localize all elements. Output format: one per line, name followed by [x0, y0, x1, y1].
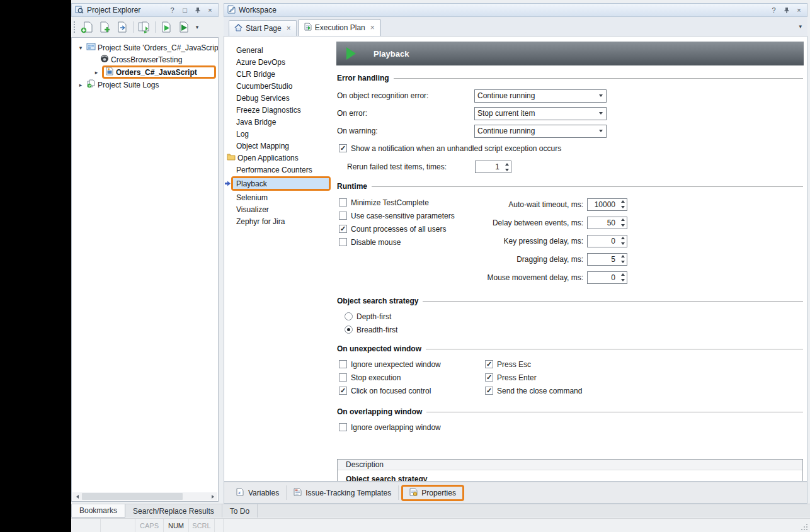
- resize-grip[interactable]: [799, 519, 810, 532]
- section-object-search-strategy: Object search strategy: [337, 297, 803, 305]
- tab-properties[interactable]: Properties: [401, 485, 464, 501]
- radio-breadth-first[interactable]: Breadth-first: [345, 323, 804, 336]
- object-search-radios: Depth-first Breadth-first: [336, 310, 804, 336]
- restore-icon[interactable]: □: [180, 6, 190, 15]
- key-pressing-delay-spinner[interactable]: 0: [587, 235, 627, 247]
- spinner-arrows[interactable]: [619, 254, 627, 265]
- mouse-movement-delay-spinner[interactable]: 0: [587, 271, 627, 284]
- checkbox-press-esc[interactable]: Press Esc: [485, 358, 582, 371]
- nav-item-open-applications[interactable]: Open Applications: [224, 152, 333, 164]
- scrollbar-thumb[interactable]: [82, 493, 183, 500]
- workspace-bottom-tabbar: x Variables Issue-Tracking Templates Pro…: [224, 482, 807, 504]
- tree-item-project-suite[interactable]: ▾ Project Suite 'Orders_C#_JavaScript' (…: [72, 42, 218, 54]
- checkbox-box: [339, 225, 347, 233]
- run-project-suite-icon[interactable]: [176, 19, 192, 35]
- tab-bookmarks[interactable]: Bookmarks: [71, 504, 125, 518]
- checkbox-ignore-overlapping-window[interactable]: Ignore overlapping window: [339, 421, 804, 434]
- caret-collapsed-icon[interactable]: ▸: [93, 69, 100, 76]
- checkbox-box: [339, 144, 347, 152]
- tab-variables[interactable]: x Variables: [229, 485, 287, 500]
- execution-plan-document: General Azure DevOps CLR Bridge Cucumber…: [224, 36, 807, 482]
- nav-item-zephyr-for-jira[interactable]: Zephyr for Jira: [224, 215, 333, 227]
- panel-title: Project Explorer: [87, 6, 164, 14]
- toolbar-grip[interactable]: [73, 21, 76, 33]
- dragging-delay-spinner[interactable]: 5: [587, 253, 627, 266]
- tab-list-chevron-icon[interactable]: ▾: [799, 23, 802, 30]
- playback-header-title: Playback: [374, 49, 409, 59]
- nav-item-clr-bridge[interactable]: CLR Bridge: [224, 68, 333, 80]
- unexpected-window-grid: Ignore unexpected window Stop execution …: [336, 358, 804, 399]
- nav-item-performance-counters[interactable]: Performance Counters: [224, 164, 333, 176]
- close-icon[interactable]: ×: [287, 24, 291, 33]
- nav-item-freeze-diagnostics[interactable]: Freeze Diagnostics: [224, 104, 333, 116]
- checkbox-box: [339, 373, 347, 382]
- section-error-handling: Error handling: [337, 74, 803, 82]
- nav-item-selenium[interactable]: Selenium: [224, 191, 333, 203]
- description-title: Object search strategy: [346, 475, 795, 481]
- add-item-icon[interactable]: [96, 19, 113, 35]
- nav-item-azure-devops[interactable]: Azure DevOps: [224, 56, 333, 68]
- caret-expanded-icon[interactable]: ▾: [77, 45, 84, 51]
- toolbar-dropdown-chevron[interactable]: ▾: [193, 19, 201, 35]
- help-icon[interactable]: ?: [769, 6, 779, 15]
- delay-between-events-spinner[interactable]: 50: [587, 217, 627, 229]
- section-on-overlapping-window: On overlapping window: [337, 407, 803, 416]
- scroll-right-icon[interactable]: [208, 492, 217, 501]
- chevron-down-icon[interactable]: [595, 108, 606, 120]
- chevron-down-icon[interactable]: [595, 90, 606, 102]
- checkbox-box: [339, 423, 347, 431]
- spinner-arrows[interactable]: [619, 217, 627, 229]
- tree-item-crossbrowsertesting[interactable]: CrossBrowserTesting: [72, 54, 218, 65]
- checkbox-send-close-command[interactable]: Send the close command: [485, 384, 582, 397]
- spinner-arrows[interactable]: [503, 161, 511, 173]
- close-icon[interactable]: ×: [205, 6, 215, 15]
- nav-item-java-bridge[interactable]: Java Bridge: [224, 116, 333, 128]
- on-object-recognition-error-dropdown[interactable]: Continue running: [474, 89, 607, 103]
- auto-wait-timeout-spinner[interactable]: 10000: [587, 198, 627, 211]
- close-icon[interactable]: ×: [370, 23, 375, 32]
- scroll-left-icon[interactable]: [72, 492, 82, 501]
- checkbox-box: [485, 360, 493, 368]
- on-warning-dropdown[interactable]: Continue running: [474, 125, 607, 138]
- tree-item-orders-project[interactable]: ▸ Orders_C#_JavaScript: [72, 65, 218, 79]
- tab-execution-plan[interactable]: Execution Plan ×: [299, 19, 380, 36]
- rerun-times-spinner[interactable]: 1: [475, 161, 511, 173]
- spinner-arrows[interactable]: [619, 199, 627, 210]
- nav-item-object-mapping[interactable]: Object Mapping: [224, 140, 333, 152]
- run-project-icon[interactable]: [158, 19, 174, 35]
- checkbox-show-notification[interactable]: Show a notification when an unhandled sc…: [339, 142, 804, 155]
- pin-icon[interactable]: [782, 6, 791, 15]
- close-icon[interactable]: ×: [794, 6, 804, 15]
- pin-icon[interactable]: [193, 6, 202, 15]
- spinner-arrows[interactable]: [619, 272, 627, 283]
- tree-item-project-suite-logs[interactable]: ▸ Project Suite Logs: [72, 79, 218, 91]
- add-existing-item-icon[interactable]: [136, 19, 152, 35]
- tab-search-replace-results[interactable]: Search/Replace Results: [125, 504, 222, 518]
- status-segment: [71, 519, 101, 532]
- help-icon[interactable]: ?: [168, 6, 177, 15]
- open-item-icon[interactable]: [114, 19, 130, 35]
- horizontal-scrollbar[interactable]: [72, 492, 217, 501]
- tab-issue-tracking-templates[interactable]: Issue-Tracking Templates: [287, 485, 399, 500]
- chevron-down-icon[interactable]: [595, 125, 606, 137]
- nav-item-log[interactable]: Log: [224, 128, 333, 140]
- on-error-dropdown[interactable]: Stop current item: [474, 107, 607, 120]
- nav-item-visualizer[interactable]: Visualizer: [224, 203, 333, 215]
- workspace-icon: [227, 5, 236, 16]
- spinner-arrows[interactable]: [619, 235, 627, 247]
- project-icon: [105, 67, 114, 77]
- project-suite-icon: [86, 42, 96, 53]
- tab-to-do[interactable]: To Do: [222, 504, 258, 518]
- new-item-icon[interactable]: [79, 19, 95, 35]
- caret-collapsed-icon[interactable]: ▸: [77, 82, 84, 88]
- nav-item-playback[interactable]: Playback: [231, 176, 331, 191]
- app-window: Project Explorer ? □ ×: [71, 0, 810, 532]
- properties-icon: [409, 488, 418, 498]
- radio-depth-first[interactable]: Depth-first: [345, 310, 804, 323]
- checkbox-box: [339, 238, 347, 246]
- tab-start-page[interactable]: Start Page ×: [229, 20, 297, 36]
- nav-item-debug-services[interactable]: Debug Services: [224, 92, 333, 104]
- nav-item-cucumberstudio[interactable]: CucumberStudio: [224, 80, 333, 92]
- nav-item-general[interactable]: General: [224, 44, 333, 56]
- checkbox-press-enter[interactable]: Press Enter: [485, 371, 582, 384]
